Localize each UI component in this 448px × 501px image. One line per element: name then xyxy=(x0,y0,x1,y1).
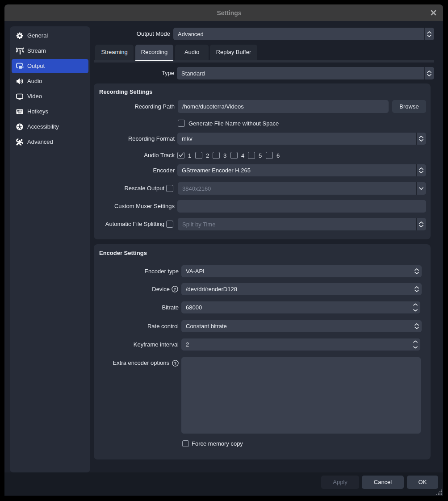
svg-text:?: ? xyxy=(174,361,177,366)
svg-text:?: ? xyxy=(174,287,176,292)
